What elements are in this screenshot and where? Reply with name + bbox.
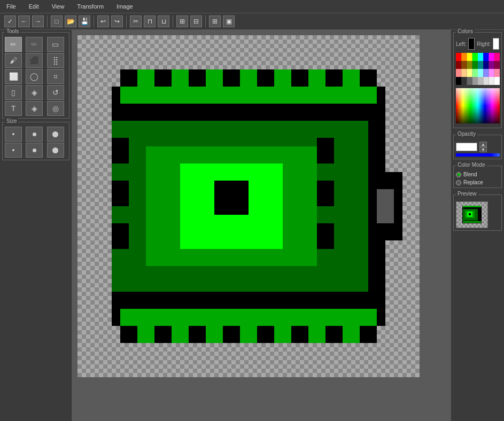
color-spectrum[interactable]: [456, 88, 500, 123]
tool-lasso[interactable]: ⌗: [47, 69, 64, 84]
svg-rect-30: [317, 181, 334, 206]
svg-rect-26: [112, 138, 129, 163]
tool-paintbrush[interactable]: 🖌: [5, 53, 22, 68]
tools-group: Tools ✏ ✏ ▭ 🖌 ⬛ ⣿ ⬜ ◯ ⌗ ▯ ◈ ↺ T ◈ ◎: [2, 32, 69, 119]
left-color-swatch[interactable]: [468, 38, 475, 50]
toolbar-sep2: [94, 15, 94, 27]
blend-radio[interactable]: [456, 172, 461, 177]
toolbar-open[interactable]: 📂: [65, 15, 76, 27]
svg-rect-6: [257, 69, 274, 87]
size-round-1[interactable]: [5, 143, 22, 158]
opacity-down[interactable]: ▼: [479, 147, 487, 152]
size-3x3[interactable]: [47, 127, 64, 142]
preview-box: [456, 201, 488, 228]
svg-rect-9: [360, 69, 377, 87]
canvas-area[interactable]: [72, 30, 451, 421]
toolbar-rotate-left[interactable]: ↩: [97, 15, 109, 27]
size-grid: [5, 127, 67, 158]
toolbar-sep3: [126, 15, 127, 27]
opacity-input[interactable]: 255: [456, 143, 477, 151]
tool-smear[interactable]: ◈: [26, 101, 43, 116]
svg-rect-29: [317, 138, 334, 163]
svg-rect-17: [325, 326, 343, 343]
svg-rect-12: [154, 326, 172, 343]
left-color-label: Left:: [456, 41, 466, 47]
tools-panel: Tools ✏ ✏ ▭ 🖌 ⬛ ⣿ ⬜ ◯ ⌗ ▯ ◈ ↺ T ◈ ◎ Size: [0, 30, 72, 421]
toolbar-paste[interactable]: ⊔: [158, 15, 169, 27]
size-round-2[interactable]: [26, 143, 43, 158]
tool-rotate[interactable]: ↺: [47, 85, 64, 100]
color-mode-section: Color Mode Blend Replace: [453, 166, 502, 188]
size-2x2[interactable]: [26, 127, 43, 142]
tool-fill[interactable]: ⬛: [26, 53, 43, 68]
svg-rect-23: [214, 181, 249, 215]
pixel-art-canvas[interactable]: [77, 35, 420, 377]
tool-pencil[interactable]: ✏: [5, 37, 22, 52]
color-palette[interactable]: [456, 53, 500, 85]
menubar: File Edit View Transform Image: [0, 0, 504, 13]
toolbar-copy[interactable]: ⊓: [144, 15, 156, 27]
tool-wand[interactable]: ◈: [26, 85, 43, 100]
size-1x1[interactable]: [5, 127, 22, 142]
toolbar-confirm[interactable]: ✓: [4, 15, 16, 27]
svg-rect-2: [120, 69, 137, 87]
colors-lr: Left: Right:: [456, 38, 499, 50]
tool-ellipse[interactable]: ◯: [26, 69, 43, 84]
svg-rect-27: [112, 181, 129, 206]
size-round-3[interactable]: [47, 143, 64, 158]
toolbar-grid2[interactable]: ▣: [223, 15, 235, 27]
toolbar-new[interactable]: □: [51, 15, 63, 27]
preview-image: [461, 205, 483, 224]
toolbar-flip[interactable]: ↪: [111, 15, 123, 27]
colors-title: Colors: [456, 28, 475, 34]
tool-eyedropper[interactable]: ▭: [47, 37, 64, 52]
right-color-label: Right:: [477, 41, 491, 47]
tools-title: Tools: [5, 28, 20, 34]
toolbar-zoom-in[interactable]: ⊞: [176, 15, 188, 27]
svg-rect-18: [360, 326, 377, 343]
toolbar-undo[interactable]: ←: [18, 15, 30, 27]
blend-radio-row: Blend: [456, 171, 499, 177]
toolbar-sep4: [173, 15, 173, 27]
menu-image[interactable]: Image: [114, 2, 135, 11]
toolbar-sep1: [47, 15, 48, 27]
toolbar-save[interactable]: 💾: [79, 15, 90, 27]
preview-title: Preview: [456, 191, 478, 197]
svg-rect-25: [377, 189, 394, 223]
svg-rect-4: [189, 69, 206, 87]
size-group: Size: [2, 122, 69, 160]
tool-rect-select[interactable]: ⬜: [5, 69, 22, 84]
toolbar-cut[interactable]: ✂: [130, 15, 142, 27]
svg-rect-13: [189, 326, 206, 343]
tool-text[interactable]: T: [5, 101, 22, 116]
tool-rect[interactable]: ▯: [5, 85, 22, 100]
opacity-bar: [456, 153, 500, 157]
tool-dodge[interactable]: ◎: [47, 101, 64, 116]
toolbar-redo[interactable]: →: [32, 15, 44, 27]
svg-rect-31: [317, 223, 334, 249]
menu-edit[interactable]: Edit: [27, 2, 41, 11]
svg-rect-11: [120, 326, 137, 343]
right-color-swatch[interactable]: [493, 38, 499, 50]
svg-rect-34: [463, 221, 481, 223]
svg-rect-33: [463, 206, 481, 207]
toolbar: ✓ ← → □ 📂 💾 ↩ ↪ ✂ ⊓ ⊔ ⊞ ⊟ ⊞ ▣: [0, 13, 504, 30]
menu-transform[interactable]: Transform: [75, 2, 106, 11]
right-panel: Colors Left: Right: Opacity 255 ▲ ▼: [451, 30, 504, 421]
toolbar-grid[interactable]: ⊞: [209, 15, 221, 27]
canvas-container[interactable]: [77, 35, 420, 377]
replace-label: Replace: [463, 180, 483, 185]
svg-rect-38: [469, 213, 471, 215]
tool-eraser[interactable]: ✏: [26, 37, 43, 52]
opacity-up[interactable]: ▲: [479, 142, 487, 147]
menu-view[interactable]: View: [50, 2, 67, 11]
preview-section: Preview: [453, 194, 502, 231]
colors-section: Colors Left: Right:: [453, 32, 502, 128]
svg-rect-5: [223, 69, 240, 87]
opacity-title: Opacity: [456, 131, 477, 137]
toolbar-zoom-out[interactable]: ⊟: [190, 15, 202, 27]
replace-radio[interactable]: [456, 180, 461, 185]
menu-file[interactable]: File: [4, 2, 18, 11]
tool-noise[interactable]: ⣿: [47, 53, 64, 68]
toolbar-sep5: [205, 15, 206, 27]
